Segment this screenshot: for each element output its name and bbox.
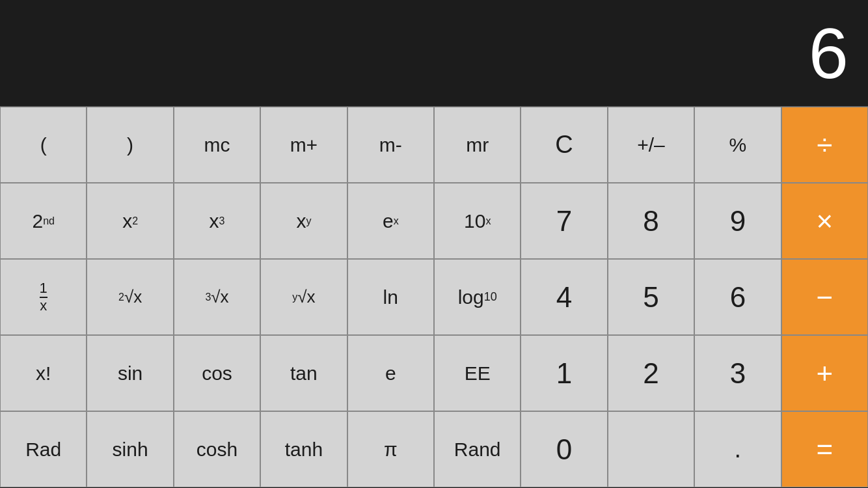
2nd-button[interactable]: 2nd [0, 183, 87, 259]
7-button[interactable]: 7 [521, 183, 607, 259]
multiply-button[interactable]: × [781, 183, 868, 259]
xy-button[interactable]: xy [260, 183, 347, 259]
ln-button[interactable]: ln [347, 259, 434, 335]
EE-button[interactable]: EE [434, 335, 521, 411]
6-button[interactable]: 6 [694, 259, 781, 335]
close-paren-button[interactable]: ) [87, 107, 173, 183]
ex-button[interactable]: ex [347, 183, 434, 259]
divide-button[interactable]: ÷ [781, 107, 868, 183]
9-button[interactable]: 9 [694, 183, 781, 259]
5-button[interactable]: 5 [608, 259, 694, 335]
clear-button[interactable]: C [521, 107, 607, 183]
open-paren-button[interactable]: ( [0, 107, 87, 183]
mplus-button[interactable]: m+ [260, 107, 347, 183]
dot-button[interactable]: . [694, 411, 781, 487]
rad-button[interactable]: Rad [0, 411, 87, 487]
pi-button[interactable]: π [347, 411, 434, 487]
add-button[interactable]: + [781, 335, 868, 411]
10x-button[interactable]: 10x [434, 183, 521, 259]
factorial-button[interactable]: x! [0, 335, 87, 411]
subtract-button[interactable]: − [781, 259, 868, 335]
display-area: 6 [0, 0, 868, 106]
x2-button[interactable]: x2 [87, 183, 173, 259]
display-value: 6 [809, 18, 848, 89]
cosh-button[interactable]: cosh [174, 411, 260, 487]
sin-button[interactable]: sin [87, 335, 173, 411]
sqrt2-button[interactable]: 2√x [87, 259, 173, 335]
3-button[interactable]: 3 [694, 335, 781, 411]
mr-button[interactable]: mr [434, 107, 521, 183]
cos-button[interactable]: cos [174, 335, 260, 411]
4-button[interactable]: 4 [521, 259, 607, 335]
2-button[interactable]: 2 [608, 335, 694, 411]
1x-button[interactable]: 1x [0, 259, 87, 335]
sqrt3-button[interactable]: 3√x [174, 259, 260, 335]
percent-button[interactable]: % [694, 107, 781, 183]
plusminus-button[interactable]: +/– [608, 107, 694, 183]
sinh-button[interactable]: sinh [87, 411, 173, 487]
0-button[interactable]: 0 [521, 411, 607, 487]
tan-button[interactable]: tan [260, 335, 347, 411]
1-button[interactable]: 1 [521, 335, 607, 411]
mminus-button[interactable]: m- [347, 107, 434, 183]
e-button[interactable]: e [347, 335, 434, 411]
mc-button[interactable]: mc [174, 107, 260, 183]
empty1-button [608, 411, 694, 487]
sqrty-button[interactable]: y√x [260, 259, 347, 335]
rand-button[interactable]: Rand [434, 411, 521, 487]
8-button[interactable]: 8 [608, 183, 694, 259]
equals-button[interactable]: = [781, 411, 868, 487]
tanh-button[interactable]: tanh [260, 411, 347, 487]
x3-button[interactable]: x3 [174, 183, 260, 259]
calculator-grid: ()mcm+m-mrC+/–%÷2ndx2x3xyex10x789×1x2√x3… [0, 106, 868, 487]
log10-button[interactable]: log10 [434, 259, 521, 335]
